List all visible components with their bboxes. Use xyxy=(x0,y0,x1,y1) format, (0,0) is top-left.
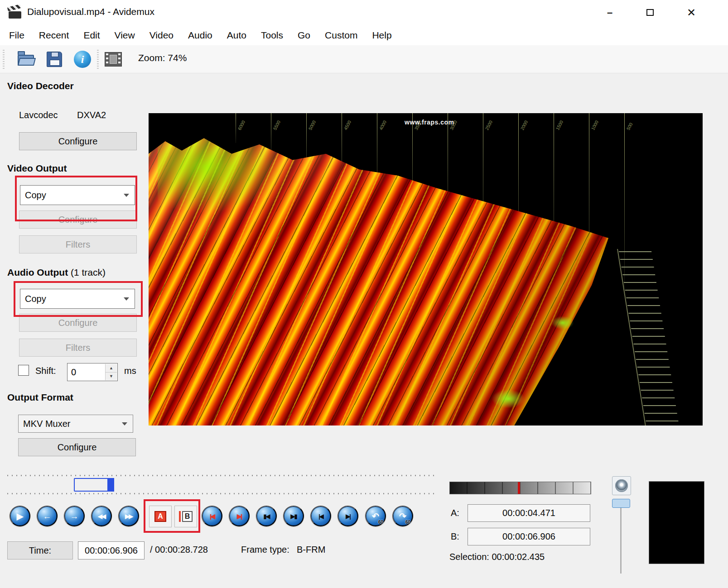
current-time-field[interactable]: 00:00:06.906 xyxy=(78,541,145,559)
grid-label: 500 xyxy=(626,122,634,131)
audio-output-filters-button[interactable]: Filters xyxy=(19,339,137,357)
wheel-needle xyxy=(518,482,520,494)
previous-black-frame-button[interactable]: ▮◀ xyxy=(256,506,277,526)
last-frame-button[interactable]: ▶| xyxy=(337,506,358,526)
toolbar-separator xyxy=(97,50,99,69)
shift-checkbox[interactable] xyxy=(18,365,29,376)
audio-output-heading-text: Audio Output xyxy=(7,267,68,277)
spin-arrows: ▲ ▼ xyxy=(105,364,117,380)
output-format-select[interactable]: MKV Muxer xyxy=(18,415,133,433)
video-preview: 6000 5500 5000 4500 4000 3500 3000 2500 … xyxy=(149,113,703,425)
output-format-heading: Output Format xyxy=(7,392,73,403)
grid-label: 2500 xyxy=(484,120,493,131)
video-properties-button[interactable] xyxy=(102,48,124,70)
grid-label: 1000 xyxy=(590,120,599,131)
menu-edit[interactable]: Edit xyxy=(76,27,107,43)
next-black-frame-button[interactable]: ▶▮ xyxy=(283,506,304,526)
set-marker-b-button[interactable]: B xyxy=(174,506,197,527)
first-frame-icon: |◀ xyxy=(318,513,323,519)
chevron-down-icon xyxy=(122,422,127,425)
timeline-ticks-bottom[interactable] xyxy=(7,493,435,494)
video-output-configure-button[interactable]: Configure xyxy=(19,210,137,229)
selection-duration-label: Selection: 00:00:02.435 xyxy=(449,552,545,562)
maximize-button[interactable] xyxy=(637,0,663,25)
shift-unit-label: ms xyxy=(124,366,136,376)
audio-output-heading: Audio Output (1 track) xyxy=(7,267,106,278)
previous-keyframe-button[interactable]: |◀ xyxy=(202,506,222,526)
grid-label: 4000 xyxy=(378,120,387,131)
set-marker-a-button[interactable]: A xyxy=(149,506,172,527)
next-keyframe-icon: ▶| xyxy=(237,513,241,519)
volume-slider-handle[interactable] xyxy=(612,499,630,508)
timeline-ticks-top[interactable] xyxy=(7,475,435,476)
minimize-button[interactable]: – xyxy=(597,0,623,25)
grid-line: 5500 xyxy=(271,113,271,156)
shuttle-wheel[interactable] xyxy=(449,482,591,494)
maximize-icon xyxy=(646,9,654,16)
toolbar-handle xyxy=(3,50,5,69)
menu-go[interactable]: Go xyxy=(290,27,318,43)
grid-line: 6000 xyxy=(236,113,236,143)
menu-video[interactable]: Video xyxy=(142,27,181,43)
video-output-select[interactable]: Copy xyxy=(20,185,135,205)
prev-keyframe-icon: |◀ xyxy=(210,513,214,519)
arrow-right-icon: → xyxy=(70,512,79,521)
duration-label: / 00:00:28.728 xyxy=(150,545,208,555)
save-file-button[interactable] xyxy=(43,48,65,70)
marker-b-label: B: xyxy=(451,531,459,542)
play-icon: ▶ xyxy=(17,512,24,521)
output-format-configure-button[interactable]: Configure xyxy=(18,438,136,456)
forward-60s-button[interactable]: ↷ 60 xyxy=(392,506,413,526)
decoder-configure-button[interactable]: Configure xyxy=(19,132,137,150)
next-keyframe-button[interactable]: ▶| xyxy=(229,506,250,526)
open-file-button[interactable] xyxy=(15,48,37,70)
audio-output-select[interactable]: Copy xyxy=(20,289,135,309)
prev-black-frame-icon: ▮◀ xyxy=(263,513,269,519)
volume-slider-track[interactable] xyxy=(620,508,622,574)
last-frame-icon: ▶| xyxy=(346,513,350,519)
spin-up-button[interactable]: ▲ xyxy=(105,364,117,372)
marker-a-icon: A xyxy=(154,511,166,522)
timeline-handle[interactable] xyxy=(107,478,114,492)
menu-recent[interactable]: Recent xyxy=(32,27,77,43)
audio-output-configure-button[interactable]: Configure xyxy=(19,314,137,332)
play-button[interactable]: ▶ xyxy=(10,506,30,526)
double-arrow-left-icon: ◀◀ xyxy=(98,513,105,519)
menu-help[interactable]: Help xyxy=(365,27,399,43)
menu-custom[interactable]: Custom xyxy=(318,27,365,43)
mute-button[interactable] xyxy=(612,476,631,495)
sixty-badge: 60 xyxy=(405,520,410,525)
next-black-frame-icon: ▶▮ xyxy=(290,513,296,519)
fast-backward-button[interactable]: ◀◀ xyxy=(91,506,112,526)
first-frame-button[interactable]: |◀ xyxy=(310,506,331,526)
back-60s-button[interactable]: ↶ 60 xyxy=(365,506,386,526)
grid-label: 5500 xyxy=(272,120,281,131)
close-button[interactable]: ✕ xyxy=(678,0,704,25)
shift-value-input[interactable]: 0 ▲ ▼ xyxy=(67,363,118,381)
grid-label: 2000 xyxy=(520,120,529,131)
menu-view[interactable]: View xyxy=(107,27,142,43)
step-back-button[interactable]: ← xyxy=(37,506,58,526)
menu-tools[interactable]: Tools xyxy=(254,27,290,43)
arrow-left-icon: ← xyxy=(43,512,52,521)
shift-value: 0 xyxy=(71,367,76,378)
wheel-segments xyxy=(450,482,591,494)
watermark-text: www.fraps.com xyxy=(405,119,454,126)
marker-b-icon: B xyxy=(182,511,193,522)
clapperboard-body xyxy=(9,11,21,19)
menu-file[interactable]: File xyxy=(2,27,32,43)
frame-type-label: Frame type: xyxy=(241,545,289,555)
step-forward-button[interactable]: → xyxy=(64,506,85,526)
speaker-icon xyxy=(615,479,628,492)
video-output-filters-button[interactable]: Filters xyxy=(19,235,137,253)
time-button[interactable]: Time: xyxy=(7,541,73,559)
menu-bar: File Recent Edit View Video Audio Auto T… xyxy=(0,25,728,45)
menu-audio[interactable]: Audio xyxy=(181,27,220,43)
grid-label: 1500 xyxy=(555,120,564,131)
information-button[interactable]: i xyxy=(72,48,93,70)
zoom-level-label: Zoom: 74% xyxy=(138,53,187,63)
chevron-down-icon xyxy=(124,297,129,301)
fast-forward-button[interactable]: ▶▶ xyxy=(118,506,139,526)
menu-auto[interactable]: Auto xyxy=(220,27,254,43)
spin-down-button[interactable]: ▼ xyxy=(105,372,117,381)
